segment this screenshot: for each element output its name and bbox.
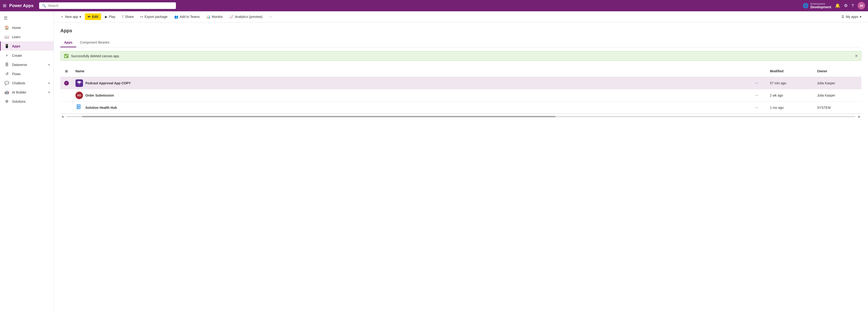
owner-2: Julia Kasper <box>814 92 861 99</box>
sidebar-item-dataverse[interactable]: 🗄 Dataverse ▾ <box>0 60 54 69</box>
analytics-button[interactable]: 📈 Analytics (preview) <box>227 13 265 20</box>
search-input[interactable] <box>48 4 173 7</box>
app-icon-1 <box>75 79 83 87</box>
sidebar-item-chatbots[interactable]: 💬 Chatbots ▾ <box>0 78 54 88</box>
svg-rect-1 <box>78 105 80 109</box>
search-box: 🔍 <box>39 2 176 9</box>
app-name-2: Order Submission <box>85 94 114 97</box>
environment-selector[interactable]: 🌐 Environment Development <box>803 2 831 9</box>
chevron-down-icon: ▾ <box>48 63 50 66</box>
sidebar-item-apps[interactable]: 📱 Apps <box>0 41 54 50</box>
monitor-button[interactable]: 📊 Monitor <box>204 13 226 20</box>
modified-3: 1 mo ago <box>767 104 814 111</box>
new-app-label: New app <box>65 15 78 19</box>
help-icon[interactable]: ? <box>851 3 854 8</box>
brand-name: Power Apps <box>9 3 33 8</box>
sidebar-label-ai-builder: AI Builder <box>12 91 26 94</box>
app-cell-1: Podcast Approval App COPY <box>73 77 753 89</box>
chevron-down-icon-2: ▾ <box>48 81 50 85</box>
grid-icon[interactable]: ⊞ <box>3 3 6 8</box>
sidebar-label-flows: Flows <box>12 72 21 76</box>
table-header: ⊞ Name Modified Owner <box>60 66 861 77</box>
hamburger-btn[interactable]: ☰ <box>0 13 54 23</box>
top-nav: ⊞ Power Apps 🔍 🌐 Environment Development… <box>0 0 868 11</box>
edit-label: Edit <box>92 15 98 19</box>
owner-1: Julia Kasper <box>814 79 861 87</box>
chevron-down-icon-4: ▾ <box>80 15 81 19</box>
sidebar-item-home[interactable]: 🏠 Home <box>0 23 54 32</box>
share-button[interactable]: ⤴ Share <box>119 13 136 20</box>
sidebar-item-learn[interactable]: 📖 Learn <box>0 32 54 41</box>
sidebar: ☰ 🏠 Home 📖 Learn 📱 Apps ＋ Create 🗄 Datav… <box>0 11 54 313</box>
page-title: Apps <box>60 28 861 33</box>
new-app-button[interactable]: ＋ New app ▾ <box>58 13 84 20</box>
analytics-label: Analytics (preview) <box>235 15 262 19</box>
settings-icon[interactable]: ⚙ <box>844 3 848 8</box>
myapps-icon: ☰ <box>841 15 844 19</box>
page-inner: Apps Apps Component libraries ✅ Successf… <box>54 22 868 125</box>
table-row[interactable]: ✓ Podcast Approval App COPY ··· 57 min a… <box>60 77 861 89</box>
play-icon: ▶ <box>105 15 107 19</box>
share-label: Share <box>125 15 134 19</box>
chatbots-icon: 💬 <box>4 81 9 85</box>
sidebar-item-create[interactable]: ＋ Create <box>0 50 54 60</box>
scroll-thumb[interactable] <box>82 116 556 117</box>
solutions-icon: ⚙ <box>4 99 9 104</box>
tab-component-label: Component libraries <box>80 40 110 44</box>
tab-component-libraries[interactable]: Component libraries <box>76 38 113 47</box>
scroll-left-icon[interactable]: ◀ <box>60 115 64 118</box>
export-label: Export package <box>145 15 167 19</box>
myapps-button[interactable]: ☰ My apps ▾ <box>839 13 864 20</box>
toolbar: ＋ New app ▾ ✏ Edit ▶ Play ⤴ Share ↦ Expo… <box>54 11 868 22</box>
scroll-track[interactable] <box>66 116 856 117</box>
col-owner-header: Owner <box>814 67 861 75</box>
tab-apps[interactable]: Apps <box>60 38 76 47</box>
search-icon: 🔍 <box>42 4 46 7</box>
flows-icon: ↺ <box>4 72 9 76</box>
sidebar-label-learn: Learn <box>12 35 21 39</box>
scrollbar-area: ◀ ▶ <box>60 114 861 119</box>
play-label: Play <box>109 15 115 19</box>
create-icon: ＋ <box>4 53 9 58</box>
teams-icon: 👥 <box>174 15 178 19</box>
play-button[interactable]: ▶ Play <box>102 13 118 20</box>
add-teams-button[interactable]: 👥 Add to Teams <box>172 13 203 20</box>
sidebar-item-ai-builder[interactable]: 🤖 AI Builder ▾ <box>0 88 54 97</box>
col-name-header: Name <box>73 67 753 75</box>
row-check-1[interactable]: ✓ <box>60 81 73 85</box>
ai-builder-icon: 🤖 <box>4 90 9 95</box>
row-dots-2[interactable]: ··· <box>753 93 767 98</box>
scroll-right-icon[interactable]: ▶ <box>858 115 861 118</box>
learn-icon: 📖 <box>4 35 9 39</box>
sidebar-label-dataverse: Dataverse <box>12 63 27 67</box>
monitor-icon: 📊 <box>206 15 210 19</box>
nav-right: 🌐 Environment Development 🔔 ⚙ ? JK <box>803 2 865 9</box>
row-dots-3[interactable]: ··· <box>753 105 767 110</box>
globe-icon: 🌐 <box>803 3 809 8</box>
modified-2: 2 wk ago <box>767 92 814 99</box>
app-icon-3 <box>75 104 83 111</box>
share-icon: ⤴ <box>122 15 124 19</box>
export-button[interactable]: ↦ Export package <box>137 13 170 20</box>
chevron-down-icon-5: ▾ <box>860 15 861 19</box>
sidebar-item-flows[interactable]: ↺ Flows <box>0 69 54 78</box>
owner-3: SYSTEM <box>814 104 861 111</box>
export-icon: ↦ <box>140 15 143 19</box>
notification-icon[interactable]: 🔔 <box>835 3 840 8</box>
monitor-label: Monitor <box>212 15 223 19</box>
grid-view-icon[interactable]: ⊞ <box>65 69 68 73</box>
table-row[interactable]: Solution Health Hub ··· 1 mo ago SYSTEM <box>60 102 861 114</box>
add-teams-label: Add to Teams <box>180 15 200 19</box>
more-button[interactable]: ··· <box>266 13 275 20</box>
dataverse-icon: 🗄 <box>4 63 9 67</box>
main-content: ＋ New app ▾ ✏ Edit ▶ Play ⤴ Share ↦ Expo… <box>54 11 868 313</box>
app-cell-2: RD Order Submission <box>73 90 753 101</box>
sidebar-item-solutions[interactable]: ⚙ Solutions <box>0 97 54 106</box>
close-banner-button[interactable]: ✕ <box>855 54 858 58</box>
avatar[interactable]: JK <box>858 2 865 9</box>
edit-button[interactable]: ✏ Edit <box>85 13 101 20</box>
myapps-label: My apps <box>846 15 858 19</box>
edit-icon: ✏ <box>88 15 91 19</box>
table-row[interactable]: RD Order Submission ··· 2 wk ago Julia K… <box>60 89 861 102</box>
row-dots-1[interactable]: ··· <box>753 80 767 85</box>
